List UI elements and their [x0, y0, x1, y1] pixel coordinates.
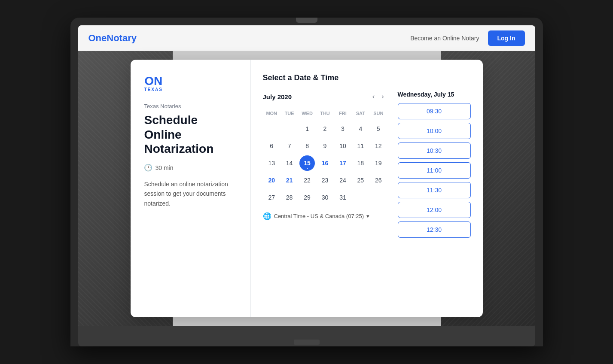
on-logo-sub: TEXAS [144, 87, 163, 92]
calendar-cell[interactable]: 11 [353, 138, 368, 154]
calendar-cell[interactable]: 14 [282, 155, 297, 171]
select-datetime-title: Select a Date & Time [263, 73, 471, 82]
calendar-section: July 2020 ‹ › MON TUE WED THU [263, 91, 471, 241]
calendar-header: July 2020 ‹ › [263, 91, 387, 102]
scheduling-modal: ON TEXAS Texas Notaries Schedule Online … [131, 60, 483, 317]
calendar-cell[interactable]: 6 [264, 138, 279, 154]
laptop-chin [78, 326, 535, 338]
login-button[interactable]: Log In [488, 30, 525, 46]
day-sun: SUN [369, 109, 387, 118]
calendar-cell[interactable]: 2 [317, 121, 332, 136]
calendar-cell[interactable]: 18 [353, 155, 368, 171]
day-fri: FRI [334, 109, 351, 118]
duration-text: 30 min [156, 164, 174, 171]
next-month-button[interactable]: › [378, 91, 387, 102]
site-logo: OneNotary [88, 33, 137, 44]
day-tue: TUE [281, 109, 298, 118]
calendar-week: 2728293031 [263, 190, 387, 205]
calendar-cell[interactable]: 13 [264, 155, 279, 171]
calendar-grid: MON TUE WED THU FRI SAT SUN 123456789101… [263, 109, 387, 205]
calendar-cell[interactable]: 27 [264, 190, 279, 205]
calendar: July 2020 ‹ › MON TUE WED THU [263, 91, 387, 241]
day-wed: WED [298, 109, 316, 118]
day-mon: MON [263, 109, 281, 118]
calendar-cell[interactable]: 10 [335, 138, 351, 154]
time-slot-button[interactable]: 11:00 [398, 162, 471, 179]
top-nav: OneNotary Become an Online Notary Log In [78, 25, 535, 51]
calendar-week: 12345 [263, 121, 387, 136]
calendar-cell[interactable]: 1 [299, 121, 315, 136]
calendar-cell[interactable]: 23 [317, 173, 332, 188]
clock-icon: 🕐 [144, 164, 152, 172]
calendar-cell[interactable]: 31 [335, 190, 351, 205]
calendar-cell[interactable]: 28 [282, 190, 297, 205]
become-notary-link[interactable]: Become an Online Notary [410, 35, 479, 42]
calendar-cell[interactable]: 21 [282, 173, 297, 188]
calendar-week: 13141516171819 [263, 155, 387, 171]
globe-icon: 🌐 [263, 212, 271, 220]
schedule-title: Schedule Online Notarization [144, 113, 237, 156]
timezone-text: Central Time - US & Canada (07:25) [274, 213, 364, 219]
time-slot-button[interactable]: 10:30 [398, 143, 471, 159]
day-thu: THU [316, 109, 334, 118]
calendar-cell[interactable]: 4 [353, 121, 368, 136]
laptop-base [78, 338, 535, 346]
calendar-cell[interactable]: 5 [371, 121, 386, 136]
calendar-week: 6789101112 [263, 138, 387, 154]
time-slot-button[interactable]: 09:30 [398, 103, 471, 119]
calendar-cell[interactable]: 12 [371, 138, 386, 154]
calendar-cell[interactable]: 19 [371, 155, 386, 171]
month-label: July 2020 [263, 93, 369, 100]
time-slots-list: 09:3010:0010:3011:0011:3012:0012:30 [398, 103, 471, 238]
duration-row: 🕐 30 min [144, 164, 237, 172]
calendar-cell[interactable]: 15 [299, 155, 315, 171]
selected-date-label: Wednesday, July 15 [398, 91, 471, 98]
description-text: Schedule an online notarization session … [144, 179, 237, 208]
calendar-cell[interactable]: 22 [299, 173, 315, 188]
on-logo: ON TEXAS [144, 75, 237, 93]
calendar-cell[interactable]: 26 [371, 173, 386, 188]
modal-left-panel: ON TEXAS Texas Notaries Schedule Online … [131, 60, 251, 317]
time-slot-button[interactable]: 12:30 [398, 221, 471, 238]
calendar-cell[interactable]: 7 [282, 138, 297, 154]
time-slot-button[interactable]: 10:00 [398, 123, 471, 139]
time-slot-button[interactable]: 12:00 [398, 202, 471, 218]
calendar-cell[interactable]: 16 [317, 155, 332, 171]
calendar-cell[interactable]: 20 [264, 173, 279, 188]
day-sat: SAT [352, 109, 369, 118]
modal-right-panel: Select a Date & Time July 2020 ‹ › [251, 60, 483, 317]
nav-actions: Become an Online Notary Log In [410, 30, 525, 46]
time-slots-panel: Wednesday, July 15 09:3010:0010:3011:001… [398, 91, 471, 241]
prev-month-button[interactable]: ‹ [369, 91, 378, 102]
calendar-cell[interactable]: 29 [299, 190, 315, 205]
calendar-week: 20212223242526 [263, 173, 387, 188]
calendar-weeks: 1234567891011121314151617181920212223242… [263, 121, 387, 205]
screen-content: ON TEXAS Texas Notaries Schedule Online … [78, 51, 535, 326]
day-names-header: MON TUE WED THU FRI SAT SUN [263, 109, 387, 118]
calendar-cell[interactable]: 3 [335, 121, 351, 136]
calendar-cell[interactable]: 9 [317, 138, 332, 154]
on-logo-text: ON [144, 75, 163, 87]
timezone-row[interactable]: 🌐 Central Time - US & Canada (07:25) ▾ [263, 212, 387, 220]
trackpad [294, 340, 320, 345]
calendar-cell[interactable]: 8 [299, 138, 315, 154]
timezone-dropdown-icon: ▾ [366, 213, 369, 219]
calendar-cell[interactable]: 30 [317, 190, 332, 205]
calendar-cell[interactable]: 25 [353, 173, 368, 188]
calendar-cell[interactable]: 24 [335, 173, 351, 188]
calendar-cell[interactable]: 17 [335, 155, 351, 171]
time-slot-button[interactable]: 11:30 [398, 182, 471, 198]
notaries-label: Texas Notaries [144, 103, 237, 109]
